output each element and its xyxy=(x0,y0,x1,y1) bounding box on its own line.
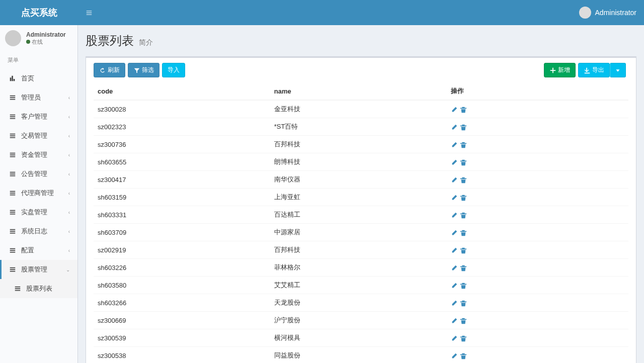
edit-button[interactable] xyxy=(451,316,458,324)
import-button[interactable]: 导入 xyxy=(162,63,185,77)
cell-name: 南华仪器 xyxy=(270,171,447,189)
sidebar-item-10[interactable]: 股票管理⌄ xyxy=(0,260,77,279)
edit-button[interactable] xyxy=(451,158,458,165)
edit-button[interactable] xyxy=(451,211,458,218)
trash-icon xyxy=(460,247,467,254)
cell-action xyxy=(447,294,628,312)
filter-button[interactable]: 筛选 xyxy=(128,63,159,77)
delete-button[interactable] xyxy=(460,123,467,130)
trash-icon xyxy=(460,229,467,236)
edit-button[interactable] xyxy=(451,246,458,253)
menu-icon xyxy=(9,113,18,121)
menu-icon xyxy=(14,285,23,293)
delete-button[interactable] xyxy=(460,246,467,253)
edit-icon xyxy=(451,194,458,201)
edit-button[interactable] xyxy=(451,105,458,113)
sidebar-subitem[interactable]: 股票列表 xyxy=(0,279,77,298)
chevron-left-icon: ‹ xyxy=(68,191,70,196)
sidebar-item-8[interactable]: 系统日志‹ xyxy=(0,222,77,241)
edit-button[interactable] xyxy=(451,123,458,130)
chevron-left-icon: ‹ xyxy=(68,114,70,120)
delete-button[interactable] xyxy=(460,281,467,289)
table-row: sh603655朗博科技 xyxy=(94,153,628,171)
delete-button[interactable] xyxy=(460,140,467,148)
cell-name: *ST百特 xyxy=(270,118,447,136)
cell-name: 天龙股份 xyxy=(270,294,447,312)
hamburger-icon xyxy=(86,9,93,16)
col-code[interactable]: code xyxy=(94,82,270,100)
export-dropdown[interactable] xyxy=(610,63,626,77)
edit-button[interactable] xyxy=(451,193,458,201)
edit-button[interactable] xyxy=(451,299,458,306)
sidebar-toggle[interactable] xyxy=(78,0,100,25)
table-row: sz300417南华仪器 xyxy=(94,171,628,189)
sidebar-item-1[interactable]: 管理员‹ xyxy=(0,88,77,107)
delete-button[interactable] xyxy=(460,299,467,306)
edit-icon xyxy=(451,247,458,254)
col-name[interactable]: name xyxy=(270,82,447,100)
trash-icon xyxy=(460,264,467,271)
cell-action xyxy=(447,277,628,294)
sidebar-item-9[interactable]: 配置‹ xyxy=(0,241,77,260)
edit-button[interactable] xyxy=(451,281,458,289)
export-button[interactable]: 导出 xyxy=(578,63,610,77)
delete-button[interactable] xyxy=(460,158,467,165)
sidebar-item-6[interactable]: 代理商管理‹ xyxy=(0,184,77,203)
sidebar-item-2[interactable]: 客户管理‹ xyxy=(0,107,77,126)
edit-button[interactable] xyxy=(451,263,458,271)
add-button[interactable]: 新增 xyxy=(544,63,576,77)
trash-icon xyxy=(460,159,467,166)
edit-button[interactable] xyxy=(451,351,458,359)
cell-code: sz300538 xyxy=(94,347,270,364)
delete-button[interactable] xyxy=(460,193,467,201)
sidebar-item-5[interactable]: 公告管理‹ xyxy=(0,164,77,184)
chevron-left-icon: ‹ xyxy=(68,95,70,101)
sidebar-item-4[interactable]: 资金管理‹ xyxy=(0,145,77,164)
delete-button[interactable] xyxy=(460,105,467,113)
menu-icon xyxy=(9,151,18,159)
cell-code: sh603226 xyxy=(94,259,270,277)
delete-button[interactable] xyxy=(460,228,467,236)
page-header: 股票列表 简介 xyxy=(86,33,636,49)
chevron-left-icon: ‹ xyxy=(68,133,70,139)
menu-icon xyxy=(9,94,18,102)
edit-icon xyxy=(451,282,458,289)
user-menu[interactable]: Administrator xyxy=(579,0,644,25)
sidebar-item-7[interactable]: 实盘管理‹ xyxy=(0,203,77,222)
edit-button[interactable] xyxy=(451,175,458,183)
menu-icon xyxy=(9,170,18,178)
logo[interactable]: 点买系统 xyxy=(0,0,78,25)
sidebar-item-0[interactable]: 首页 xyxy=(0,69,77,88)
menu-label: 首页 xyxy=(21,74,34,83)
cell-name: 菲林格尔 xyxy=(270,259,447,277)
menu-icon xyxy=(9,228,18,235)
delete-button[interactable] xyxy=(460,263,467,271)
cell-name: 同益股份 xyxy=(270,347,447,364)
cell-name: 中源家居 xyxy=(270,224,447,241)
trash-icon xyxy=(460,212,467,219)
delete-button[interactable] xyxy=(460,211,467,218)
sidebar-item-3[interactable]: 交易管理‹ xyxy=(0,126,77,145)
table-row: sz002919百邦科技 xyxy=(94,241,628,259)
refresh-button[interactable]: 刷新 xyxy=(94,63,125,77)
cell-code: sz002323 xyxy=(94,118,270,136)
edit-button[interactable] xyxy=(451,228,458,236)
user-status: 在线 xyxy=(26,38,66,46)
menu-label: 管理员 xyxy=(21,93,41,102)
edit-button[interactable] xyxy=(451,140,458,148)
edit-icon xyxy=(451,264,458,271)
edit-icon xyxy=(451,106,458,113)
trash-icon xyxy=(460,300,467,307)
caret-down-icon xyxy=(614,67,621,74)
delete-button[interactable] xyxy=(460,351,467,359)
cell-name: 上海亚虹 xyxy=(270,189,447,206)
delete-button[interactable] xyxy=(460,334,467,341)
delete-button[interactable] xyxy=(460,175,467,183)
edit-button[interactable] xyxy=(451,334,458,341)
col-action: 操作 xyxy=(447,82,628,100)
table-row: sh603226菲林格尔 xyxy=(94,259,628,277)
delete-button[interactable] xyxy=(460,316,467,324)
toolbar: 刷新 筛选 导入 新增 导出 xyxy=(94,63,628,77)
trash-icon xyxy=(460,124,467,131)
edit-icon xyxy=(451,335,458,342)
